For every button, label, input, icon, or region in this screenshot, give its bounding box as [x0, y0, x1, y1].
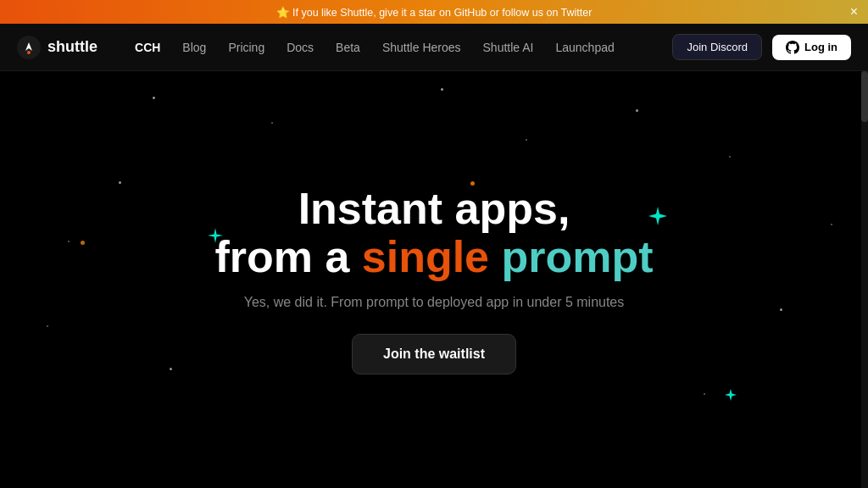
- star-12: [780, 308, 782, 311]
- announcement-banner: ⭐ If you like Shuttle, give it a star on…: [0, 0, 868, 24]
- navbar: shuttle CCH Blog Pricing Docs Beta Shutt…: [0, 24, 868, 71]
- github-icon: [786, 41, 799, 54]
- banner-text: ⭐ If you like Shuttle, give it a star on…: [276, 6, 593, 19]
- login-button[interactable]: Log in: [772, 35, 851, 60]
- star-1: [153, 97, 155, 99]
- star-3: [441, 88, 443, 91]
- hero-subtitle: Yes, we did it. From prompt to deployed …: [214, 295, 653, 310]
- nav-links: CCH Blog Pricing Docs Beta Shuttle Heroe…: [125, 36, 672, 59]
- banner-close-button[interactable]: ×: [850, 5, 858, 19]
- nav-link-launchpad[interactable]: Launchpad: [545, 36, 624, 59]
- shuttle-logo-icon: [17, 36, 41, 59]
- waitlist-button[interactable]: Join the waitlist: [352, 334, 516, 374]
- login-label: Log in: [804, 41, 837, 53]
- nav-link-beta[interactable]: Beta: [326, 36, 370, 59]
- star-7: [119, 181, 121, 184]
- star-11: [704, 393, 705, 395]
- nav-link-docs[interactable]: Docs: [276, 36, 324, 59]
- star-10: [170, 368, 172, 370]
- logo-area[interactable]: shuttle: [17, 36, 97, 59]
- hero-title-line2: from a single prompt: [214, 233, 653, 281]
- nav-link-pricing[interactable]: Pricing: [218, 36, 275, 59]
- star-4: [526, 139, 527, 141]
- nav-link-blog[interactable]: Blog: [172, 36, 216, 59]
- hero-section: Instant apps, from a single prompt Yes, …: [0, 71, 868, 488]
- star-6: [729, 156, 731, 158]
- logo-text: shuttle: [47, 38, 97, 56]
- nav-link-cch[interactable]: CCH: [125, 36, 170, 59]
- nav-link-shuttle-heroes[interactable]: Shuttle Heroes: [372, 36, 471, 59]
- cyan-sparkle-right-bottom: [725, 389, 737, 401]
- svg-point-1: [27, 51, 31, 54]
- hero-title-line1: Instant apps,: [214, 185, 653, 233]
- scrollbar-thumb[interactable]: [861, 71, 868, 122]
- title-white-part: from a: [214, 232, 361, 281]
- nav-right: Join Discord Log in: [672, 34, 851, 60]
- scrollbar[interactable]: [861, 71, 868, 488]
- star-9: [47, 325, 48, 327]
- orange-dot: [81, 241, 85, 245]
- star-13: [831, 224, 832, 225]
- join-discord-button[interactable]: Join Discord: [672, 34, 762, 60]
- star-8: [68, 241, 70, 242]
- star-2: [271, 122, 273, 124]
- nav-link-shuttle-ai[interactable]: Shuttle AI: [473, 36, 544, 59]
- hero-content: Instant apps, from a single prompt Yes, …: [214, 185, 653, 374]
- title-teal-part: prompt: [489, 232, 654, 281]
- star-5: [636, 109, 638, 112]
- title-orange-part: single: [362, 232, 489, 281]
